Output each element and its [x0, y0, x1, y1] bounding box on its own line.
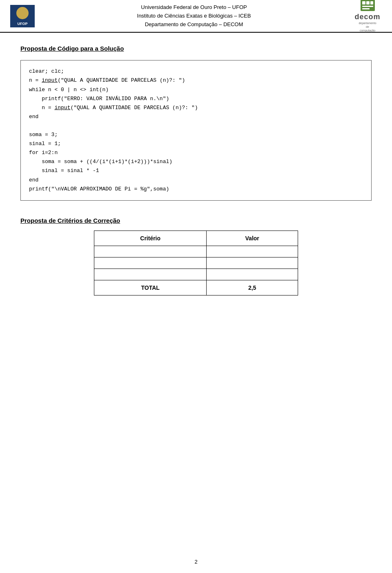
page-number: 2: [194, 559, 197, 565]
svg-rect-4: [362, 6, 373, 7]
code-input-2: input: [54, 105, 70, 111]
valor-cell-3: [207, 269, 298, 280]
valor-cell-1: [207, 246, 298, 257]
section2-title: Proposta de Critérios de Correção: [20, 217, 372, 224]
ufop-logo: [10, 5, 35, 27]
section1-title: Proposta de Código para a Solução: [20, 45, 372, 52]
table-row: [94, 246, 298, 257]
col-valor: Valor: [207, 231, 298, 246]
svg-rect-5: [362, 8, 370, 9]
decom-logo: decom departamentodecomputação: [354, 0, 380, 32]
university-line1: Universidade Federal de Ouro Preto – UFO…: [37, 3, 351, 12]
code-input-1: input: [42, 77, 58, 83]
decom-logo-container: decom departamentodecomputação: [351, 4, 384, 28]
criterio-cell-3: [94, 269, 207, 280]
table-row: [94, 257, 298, 269]
total-label: TOTAL: [94, 280, 207, 295]
valor-cell-2: [207, 257, 298, 269]
page-content: Proposta de Código para a Solução clear;…: [0, 33, 392, 307]
col-criterio: Critério: [94, 231, 207, 246]
criteria-table: Critério Valor TOTAL 2,5: [94, 231, 298, 295]
table-header-row: Critério Valor: [94, 231, 298, 246]
decom-icon: [361, 0, 375, 11]
university-line2: Instituto de Ciências Exatas e Biológica…: [37, 12, 351, 20]
ufop-logo-container: [8, 4, 37, 28]
header-text: Universidade Federal de Ouro Preto – UFO…: [37, 3, 351, 29]
page-header: Universidade Federal de Ouro Preto – UFO…: [0, 0, 392, 33]
svg-rect-1: [362, 1, 365, 4]
total-value: 2,5: [207, 280, 298, 295]
decom-subtitle-text: departamentodecomputação: [354, 21, 380, 32]
table-total-row: TOTAL 2,5: [94, 280, 298, 295]
svg-rect-2: [366, 1, 370, 4]
svg-rect-3: [370, 1, 373, 4]
criterio-cell-1: [94, 246, 207, 257]
table-row: [94, 269, 298, 280]
decom-title-text: decom: [354, 13, 380, 21]
code-block: clear; clc; n = input("QUAL A QUANTIDADE…: [20, 60, 372, 200]
code-line-1: clear; clc; n = input("QUAL A QUANTIDADE…: [29, 68, 198, 192]
criterio-cell-2: [94, 257, 207, 269]
university-line3: Departamento de Computação – DECOM: [37, 20, 351, 29]
